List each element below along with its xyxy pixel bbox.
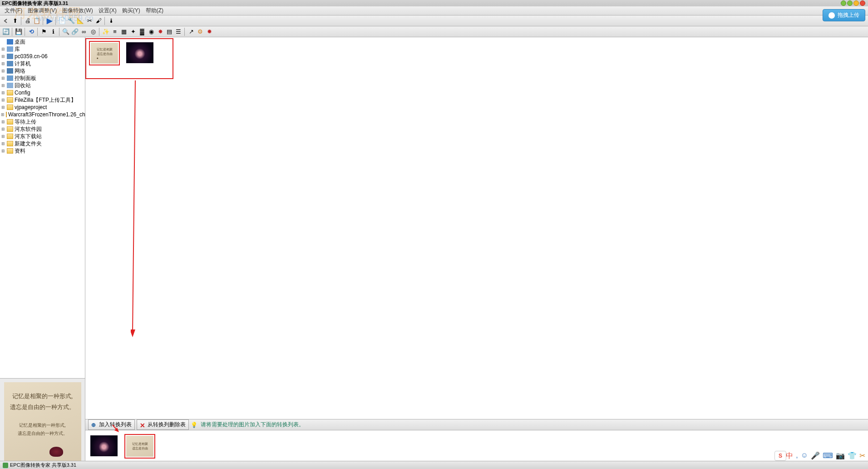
maximize-button[interactable] [853, 0, 859, 6]
svg-marker-1 [131, 329, 135, 337]
drag-upload-button[interactable]: 拖拽上传 [823, 9, 865, 21]
queue-thumb-2[interactable]: 记忆是相聚遗忘是自由 [124, 434, 155, 459]
menu-effect[interactable]: 图像特效(W) [59, 6, 95, 15]
thermometer-icon[interactable]: 🌡 [107, 17, 115, 25]
adjust-button-2[interactable]: ▦ [120, 28, 128, 36]
bug-icon[interactable]: ✹ [205, 28, 213, 36]
adjust-button-1[interactable]: ≡ [111, 28, 119, 36]
arrow-button[interactable]: ↗ [187, 28, 195, 36]
minimize-button[interactable] [841, 0, 846, 6]
expander-icon[interactable]: ⊞ [1, 140, 5, 147]
up-button[interactable]: ⬆ [11, 17, 19, 25]
tree-item[interactable]: ⊞资料 [0, 147, 85, 155]
thumbnail-area[interactable]: 记忆是相聚遗忘是自由● [85, 37, 868, 419]
expander-icon[interactable]: ⊞ [1, 126, 5, 132]
tray-emoji[interactable]: ☺ [801, 451, 808, 461]
add-to-queue-button[interactable]: ⊕ 加入转换列表 [88, 419, 135, 430]
tree-item[interactable]: ⊞等待上传 [0, 118, 85, 125]
wand-button[interactable]: ✨ [102, 28, 110, 36]
tree-item[interactable]: ⊞库 [0, 45, 85, 53]
effect-button-1[interactable]: ✦ [129, 28, 137, 36]
tree-item[interactable]: ⊞控制面板 [0, 75, 85, 82]
view-button[interactable]: 📋 [33, 17, 41, 25]
folder-icon [6, 112, 7, 117]
tree-item[interactable]: ⊞计算机 [0, 60, 85, 67]
list-button[interactable]: ☰ [174, 28, 182, 36]
expander-icon[interactable]: ⊞ [1, 82, 5, 89]
crop-button[interactable]: ✂ [85, 17, 94, 25]
play-button[interactable]: ▶ [45, 17, 54, 25]
tree-item[interactable]: ⊞Config [0, 89, 85, 96]
tree-label: 计算机 [15, 60, 31, 67]
expander-icon[interactable]: ⊞ [1, 68, 5, 74]
tree-item[interactable]: ⊞回收站 [0, 82, 85, 89]
copy-button[interactable]: 📄 [58, 17, 66, 25]
menu-settings[interactable]: 设置(X) [96, 6, 119, 15]
tree-item[interactable]: ⊞vjpageproject [0, 104, 85, 111]
grid-button[interactable]: ▤ [165, 28, 173, 36]
target-button[interactable]: ◎ [89, 28, 97, 36]
tool-button-2[interactable]: 📐 [76, 17, 84, 25]
expander-icon[interactable]: ⊞ [1, 119, 5, 125]
save-button[interactable]: 💾 [15, 28, 23, 36]
tray-screenshot[interactable]: 📷 [836, 451, 845, 461]
remove-from-queue-button[interactable]: ✕ 从转换列删除表 [137, 419, 189, 430]
queue-thumb-1[interactable] [89, 434, 119, 459]
rotate-button[interactable]: ⟲ [27, 28, 35, 36]
menu-help[interactable]: 帮助(Z) [143, 6, 166, 15]
expander-icon[interactable]: ⊞ [1, 90, 5, 96]
expander-icon[interactable]: ⊞ [1, 46, 5, 52]
tree-root-desktop[interactable]: 桌面 [0, 38, 85, 45]
tray-keyboard[interactable]: ⌨ [823, 451, 833, 461]
expander-icon[interactable]: ⊞ [1, 148, 5, 154]
burst-icon[interactable]: ✸ [156, 28, 164, 36]
tree-item[interactable]: ⊞网络 [0, 67, 85, 75]
thumb-image [90, 435, 118, 456]
flag-button[interactable]: ⚑ [40, 28, 48, 36]
expander-icon[interactable]: ⊞ [1, 75, 5, 81]
tray-punct[interactable]: , [796, 451, 798, 461]
tree-item[interactable]: ⊞新建文件夹 [0, 140, 85, 147]
separator [25, 28, 25, 36]
effect-button-2[interactable]: ▓ [138, 28, 146, 36]
link-button[interactable]: 🔗 [71, 28, 79, 36]
info-button[interactable]: ℹ [49, 28, 57, 36]
expander-icon[interactable]: ⊞ [1, 104, 5, 110]
menu-buy[interactable]: 购买(Y) [119, 6, 143, 15]
tray-skin[interactable]: 👕 [848, 451, 857, 461]
tree-item[interactable]: ⊞pc0359.cn-06 [0, 53, 85, 60]
thumbnail-1[interactable]: 记忆是相聚遗忘是自由● [89, 41, 120, 65]
expander-icon[interactable]: ⊞ [1, 97, 5, 103]
delete-icon: ✕ [140, 422, 146, 428]
chain-button[interactable]: ∞ [80, 28, 88, 36]
queue-hint-text: 请将需要处理的图片加入下面的转换列表。 [201, 421, 304, 429]
menu-adjust[interactable]: 图像调整(V) [25, 6, 59, 15]
tree-label: 新建文件夹 [15, 140, 42, 147]
effect-button-3[interactable]: ◉ [147, 28, 155, 36]
refresh-button[interactable]: 🔄 [2, 28, 10, 36]
window-controls [841, 0, 865, 6]
tool-button-1[interactable]: 🔧 [67, 17, 75, 25]
print-button[interactable]: 🖨 [24, 17, 32, 25]
back-button[interactable] [2, 17, 10, 25]
close-button[interactable] [860, 0, 865, 6]
tree-item[interactable]: ⊞FileZilla【FTP上传工具】 [0, 96, 85, 104]
tree-item[interactable]: ⊞河东下载站 [0, 133, 85, 140]
expander-icon[interactable]: ⊞ [1, 60, 5, 67]
tray-tool[interactable]: ✂ [859, 451, 865, 461]
restore-button[interactable] [847, 0, 853, 6]
expander-icon[interactable]: ⊞ [1, 133, 5, 140]
zoom-button[interactable]: 🔍 [62, 28, 70, 36]
gear-icon[interactable]: ⚙ [196, 28, 204, 36]
paint-button[interactable]: 🖌 [94, 17, 103, 25]
tray-ime[interactable]: 中 [786, 451, 793, 461]
tree-item[interactable]: ⊞河东软件园 [0, 125, 85, 133]
thumbnail-2[interactable] [125, 41, 155, 65]
sogou-ime-icon[interactable]: S [774, 451, 786, 461]
expander-icon[interactable]: ⊞ [1, 53, 5, 60]
tree-item[interactable]: ⊞Warcraft3FrozenThrone1.26_chs [0, 111, 85, 118]
expander-icon[interactable]: ⊞ [1, 111, 5, 118]
menu-file[interactable]: 文件(F) [2, 6, 25, 15]
content-area: 记忆是相聚遗忘是自由● ⊕ 加入转换列表 ✕ 从转换列删除表 💡 [85, 37, 868, 469]
tray-mic[interactable]: 🎤 [811, 451, 820, 461]
